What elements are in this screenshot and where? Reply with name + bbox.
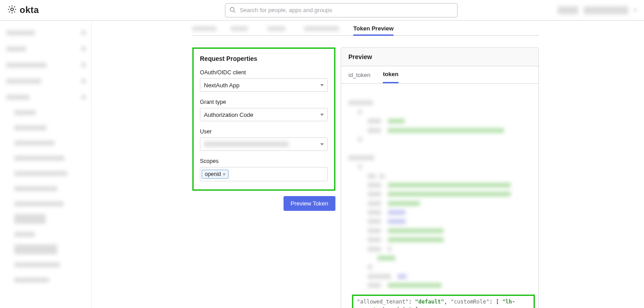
sidebar-subitem[interactable]	[14, 199, 86, 209]
svg-point-0	[11, 8, 13, 11]
grant-type-value: Authorization Code	[204, 111, 254, 118]
sidebar-subitem[interactable]	[14, 138, 86, 148]
scopes-label: Scopes	[200, 158, 328, 164]
sidebar-subitem[interactable]	[14, 260, 86, 270]
tab-hidden[interactable]	[192, 22, 216, 35]
okta-sunburst-icon	[7, 4, 17, 16]
page-tabs: Token Preview	[192, 22, 539, 36]
brand-name: okta	[20, 5, 39, 15]
org-name	[558, 6, 578, 14]
sidebar-item[interactable]	[6, 91, 86, 103]
sidebar-item[interactable]	[6, 43, 86, 55]
subtab-id-token[interactable]: id_token	[348, 66, 370, 83]
global-search[interactable]	[225, 3, 458, 17]
tab-hidden[interactable]	[267, 22, 290, 35]
preview-panel: Preview id_token token	[341, 47, 539, 308]
brand-logo[interactable]: okta	[7, 4, 39, 16]
sidebar-subitem[interactable]	[14, 214, 86, 224]
sidebar-subitem[interactable]	[14, 244, 86, 254]
claim-value: "default"	[415, 299, 444, 305]
user-label: User	[200, 128, 328, 135]
subtab-token[interactable]: token	[383, 66, 398, 83]
sidebar-subitem[interactable]	[14, 229, 86, 239]
grant-type-label: Grant type	[200, 99, 328, 105]
svg-line-2	[234, 11, 236, 13]
tab-hidden[interactable]	[231, 22, 253, 35]
sidebar-item[interactable]	[6, 59, 86, 71]
search-icon	[229, 7, 236, 13]
topbar: okta ▾	[0, 0, 644, 21]
sidebar-subitem[interactable]	[14, 123, 86, 133]
search-input[interactable]	[225, 3, 458, 17]
sidebar-subitem[interactable]	[14, 153, 86, 163]
token-json-output	[341, 84, 538, 294]
client-label: OAuth/OIDC client	[200, 69, 328, 76]
remove-scope-icon[interactable]: ×	[223, 171, 225, 177]
scope-tag: openid ×	[202, 170, 229, 179]
sidebar-subitem[interactable]	[14, 184, 86, 193]
preview-title: Preview	[341, 48, 538, 66]
claim-key: "customRole"	[451, 299, 490, 305]
sidebar-item[interactable]	[6, 75, 86, 87]
grant-type-select[interactable]: Authorization Code	[200, 108, 328, 121]
user-value	[204, 141, 289, 147]
user-select[interactable]	[200, 137, 328, 151]
chevron-down-icon: ▾	[634, 7, 637, 13]
sidebar-subitem[interactable]	[14, 168, 86, 178]
client-select[interactable]: NextAuth App	[200, 78, 328, 92]
client-value: NextAuth App	[204, 82, 240, 89]
request-properties-panel: Request Properties OAuth/OIDC client Nex…	[192, 47, 335, 191]
user-menu[interactable]: ▾	[558, 6, 637, 14]
sidebar	[0, 21, 92, 308]
scopes-input[interactable]: openid ×	[200, 167, 328, 181]
sidebar-subitem[interactable]	[14, 107, 86, 117]
preview-subtabs: id_token token	[341, 66, 538, 84]
content-area: Token Preview Request Properties OAuth/O…	[92, 21, 644, 308]
tab-hidden[interactable]	[304, 22, 339, 35]
user-name	[584, 6, 628, 14]
claim-key: "allowed_tenant"	[357, 299, 409, 305]
sidebar-item[interactable]	[6, 27, 86, 38]
request-properties-title: Request Properties	[200, 55, 328, 62]
token-claims-highlight: "allowed_tenant": "default", "customRole…	[352, 295, 535, 308]
tab-token-preview[interactable]: Token Preview	[353, 22, 394, 36]
svg-point-1	[230, 7, 234, 11]
sidebar-subitem[interactable]	[14, 275, 86, 285]
preview-token-button[interactable]: Preview Token	[284, 196, 335, 211]
scope-tag-label: openid	[205, 171, 221, 177]
